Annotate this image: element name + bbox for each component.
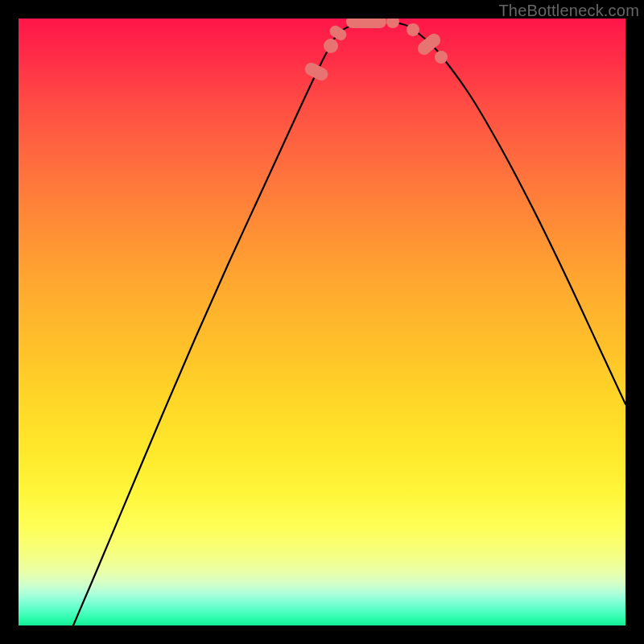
chart-plot-area: [19, 19, 625, 625]
curve-marker: [303, 60, 330, 83]
curve-marker: [328, 23, 349, 43]
bottleneck-curve: [19, 19, 625, 625]
curve-marker: [407, 23, 419, 36]
curve-marker: [324, 39, 338, 53]
curve-marker: [346, 19, 386, 28]
curve-marker: [386, 19, 399, 28]
curve-marker: [415, 31, 444, 58]
curve-marker: [435, 51, 448, 64]
watermark-text: TheBottleneck.com: [498, 2, 639, 20]
